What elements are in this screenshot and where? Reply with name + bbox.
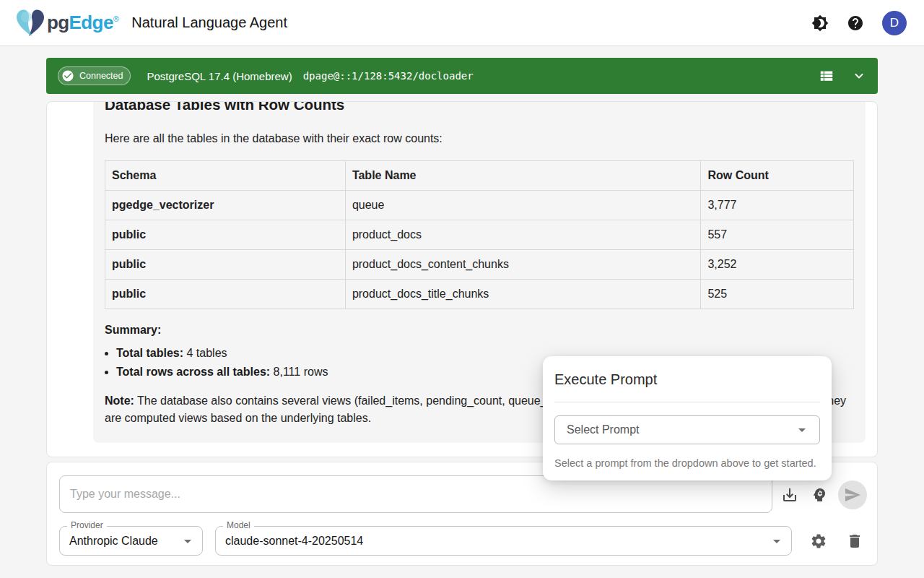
model-label: Model	[223, 520, 254, 530]
caret-down-icon	[179, 532, 196, 550]
col-schema: Schema	[105, 161, 346, 191]
col-table-name: Table Name	[345, 161, 701, 191]
connection-status-badge: Connected	[58, 66, 131, 85]
connection-expand-button[interactable]	[852, 69, 866, 83]
brightness-icon	[811, 14, 829, 32]
server-version: PostgreSQL 17.4 (Homebrew)	[147, 70, 292, 82]
help-icon	[847, 14, 864, 32]
pgedge-wordmark: pgEdge®	[47, 12, 118, 34]
psychology-icon	[811, 486, 828, 504]
provider-select[interactable]: Provider Anthropic Claude	[59, 526, 203, 556]
connection-string: dpage@::1/128:5432/docloader	[303, 70, 474, 82]
app-header: pgEdge® Natural Language Agent D	[0, 0, 924, 46]
connection-bar: Connected PostgreSQL 17.4 (Homebrew) dpa…	[46, 58, 878, 94]
send-button[interactable]	[838, 480, 867, 509]
row-counts-table: Schema Table Name Row Count pgedge_vecto…	[105, 160, 854, 309]
summary-heading: Summary:	[105, 322, 854, 339]
caret-down-icon	[768, 532, 785, 550]
help-button[interactable]	[847, 14, 864, 32]
col-row-count: Row Count	[701, 161, 854, 191]
table-row: public product_docs_content_chunks 3,252	[105, 250, 854, 280]
execute-prompt-dialog: Execute Prompt Select Prompt Select a pr…	[543, 356, 832, 480]
prompt-select-placeholder: Select Prompt	[567, 423, 639, 436]
chevron-down-icon	[852, 69, 866, 83]
dialog-helper-text: Select a prompt from the dropdown above …	[554, 457, 820, 469]
user-avatar[interactable]: D	[882, 11, 907, 35]
connection-status-label: Connected	[79, 71, 123, 81]
theme-toggle-button[interactable]	[811, 14, 829, 32]
prompt-select[interactable]: Select Prompt	[554, 415, 820, 444]
trash-icon	[846, 532, 863, 550]
download-button[interactable]	[781, 486, 798, 504]
provider-value: Anthropic Claude	[69, 535, 158, 548]
clear-chat-button[interactable]	[846, 532, 863, 550]
message-intro: Here are all the tables in the database …	[105, 130, 854, 147]
table-row: public product_docs 557	[105, 220, 854, 250]
prompt-library-button[interactable]	[811, 486, 828, 504]
settings-button[interactable]	[810, 532, 827, 550]
message-heading: Database Tables with Row Counts	[105, 101, 854, 113]
provider-label: Provider	[67, 520, 107, 530]
dialog-title: Execute Prompt	[554, 371, 820, 388]
model-value: claude-sonnet-4-20250514	[225, 535, 363, 548]
table-row: pgedge_vectorizer queue 3,777	[105, 191, 854, 220]
list-icon	[819, 68, 834, 84]
download-icon	[781, 486, 798, 504]
pgedge-logo[interactable]: pgEdge®	[14, 9, 118, 38]
message-input[interactable]	[59, 475, 772, 513]
table-row: public product_docs_title_chunks 525	[105, 280, 854, 309]
caret-down-icon	[793, 421, 811, 439]
gear-icon	[810, 532, 827, 550]
check-circle-icon	[61, 69, 74, 82]
connection-details-button[interactable]	[819, 68, 834, 84]
send-icon	[844, 486, 861, 504]
model-select[interactable]: Model claude-sonnet-4-20250514	[215, 526, 792, 556]
dialog-divider	[554, 402, 820, 402]
pgedge-heart-icon	[14, 9, 46, 38]
page-title: Natural Language Agent	[131, 14, 287, 31]
table-header-row: Schema Table Name Row Count	[105, 161, 854, 191]
